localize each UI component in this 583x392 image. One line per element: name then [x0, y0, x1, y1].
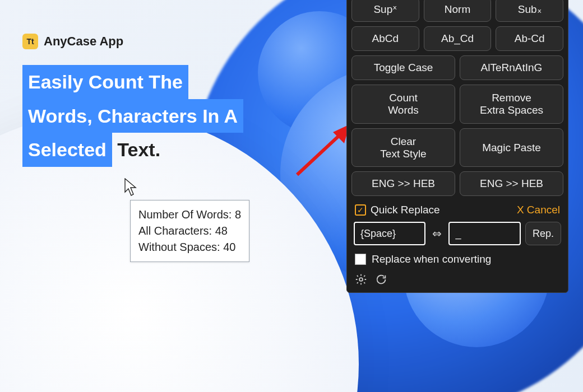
gear-icon[interactable]: [355, 273, 367, 286]
app-logo-icon: Tt: [22, 34, 38, 49]
headline-line-1: Easily Count The: [22, 65, 188, 99]
alternating-case-button[interactable]: AlTeRnAtInG: [460, 55, 563, 80]
camelcase-button[interactable]: AbCd: [351, 26, 419, 51]
quick-replace-header: ✓ Quick Replace X Cancel: [351, 200, 563, 222]
headline-line-3-selected: Selected: [22, 133, 112, 167]
word-count-tooltip: Number Of Words: 8 All Characters: 48 Wi…: [130, 200, 249, 262]
subscript-button[interactable]: Subₓ: [496, 0, 563, 22]
swap-fields-icon[interactable]: ⇔: [430, 227, 444, 240]
kebabcase-button[interactable]: Ab-Cd: [496, 26, 563, 51]
app-brand: Tt AnyCase App: [22, 34, 243, 49]
eng-to-heb-button-2[interactable]: ENG >> HEB: [460, 171, 563, 196]
replace-to-input[interactable]: _: [448, 222, 520, 245]
panel-bottom-icon-row: [351, 272, 563, 286]
quick-replace-label: Quick Replace: [371, 204, 440, 216]
headline: Easily Count The Words, Characters In A …: [22, 65, 243, 167]
replace-when-converting-label: Replace when converting: [372, 253, 491, 265]
superscript-button[interactable]: Supˣ: [351, 0, 419, 22]
toggle-case-button[interactable]: Toggle Case: [351, 55, 455, 80]
bg-circle: [283, 328, 318, 362]
clear-text-style-button[interactable]: Clear Text Style: [351, 128, 455, 167]
app-name: AnyCase App: [44, 34, 123, 49]
count-words-button[interactable]: Count Words: [351, 85, 455, 124]
replace-when-converting-checkbox[interactable]: [355, 254, 366, 265]
refresh-icon[interactable]: [375, 273, 387, 286]
anycase-panel: Supˣ Norm Subₓ AbCd Ab_Cd Ab-Cd Toggle C…: [346, 0, 568, 293]
quick-replace-checkbox[interactable]: ✓: [355, 204, 366, 216]
bg-circle: [306, 363, 340, 392]
headline-line-2: Words, Characters In A: [22, 99, 243, 133]
tooltip-line: Without Spaces: 40: [138, 239, 241, 255]
normal-case-button[interactable]: Norm: [424, 0, 492, 22]
snakecase-button[interactable]: Ab_Cd: [424, 26, 492, 51]
replace-button[interactable]: Rep.: [525, 222, 561, 245]
headline-line-3-rest: Text.: [112, 139, 160, 160]
quick-replace-cancel-button[interactable]: X Cancel: [517, 204, 560, 216]
svg-point-2: [359, 278, 363, 281]
magic-paste-button[interactable]: Magic Paste: [460, 128, 563, 167]
tooltip-line: Number Of Words: 8: [138, 207, 241, 223]
cursor-arrow-icon: [124, 178, 139, 197]
eng-to-heb-button[interactable]: ENG >> HEB: [351, 171, 455, 196]
promo-left-area: Tt AnyCase App Easily Count The Words, C…: [22, 34, 243, 167]
replace-from-input[interactable]: {Space}: [354, 222, 425, 245]
tooltip-line: All Characters: 48: [138, 223, 241, 239]
remove-extra-spaces-button[interactable]: Remove Extra Spaces: [460, 85, 563, 124]
